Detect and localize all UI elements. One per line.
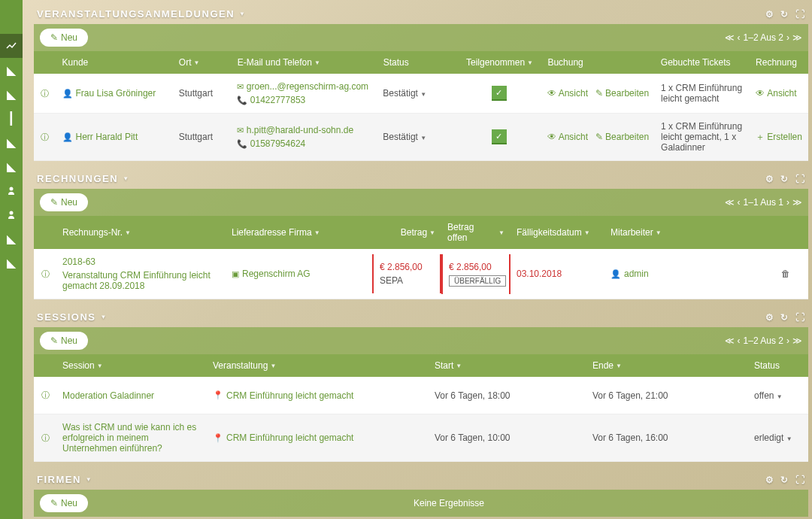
pager: ≪ ‹ 1–2 Aus 2 › ≫ bbox=[725, 32, 802, 43]
person-icon: 👤 bbox=[62, 132, 73, 142]
pager-first-icon[interactable]: ≪ bbox=[725, 32, 735, 43]
th-ort[interactable]: Ort▼ bbox=[173, 57, 232, 68]
status-dropdown[interactable]: offen ▼ bbox=[754, 390, 783, 401]
th-nr[interactable]: Rechnungs-Nr.▼ bbox=[56, 222, 226, 243]
info-icon[interactable]: ⓘ bbox=[41, 269, 50, 280]
phone-link[interactable]: 01587954624 bbox=[250, 138, 305, 149]
caret-down-icon[interactable]: ▼ bbox=[100, 314, 107, 320]
pager-prev-icon[interactable]: ‹ bbox=[738, 197, 741, 208]
gear-icon[interactable]: ⚙ bbox=[765, 174, 775, 184]
edit-link[interactable]: ✎Bearbeiten bbox=[595, 88, 649, 99]
phone-link[interactable]: 01422777853 bbox=[250, 95, 305, 105]
th-ver[interactable]: Veranstaltung▼ bbox=[207, 360, 429, 371]
refresh-icon[interactable]: ↻ bbox=[780, 174, 789, 184]
panel-title-text[interactable]: FIRMEN bbox=[37, 474, 81, 485]
new-button[interactable]: ✎Neu bbox=[40, 193, 88, 211]
status-dropdown[interactable]: erledigt ▼ bbox=[754, 432, 792, 443]
sidebar-item-3[interactable]: ┃ bbox=[0, 106, 23, 130]
sidebar-item-4[interactable]: ◣ bbox=[0, 130, 23, 154]
pager-next-icon[interactable]: › bbox=[786, 335, 789, 346]
info-icon[interactable]: ⓘ bbox=[41, 132, 49, 143]
cell-ort: Stuttgart bbox=[173, 80, 232, 106]
email-link[interactable]: groen...@regenschirm-ag.com bbox=[247, 81, 368, 92]
company-link[interactable]: Regenschirm AG bbox=[242, 269, 311, 279]
trash-icon[interactable]: 🗑 bbox=[781, 269, 790, 279]
panel-title-text[interactable]: RECHNUNGEN bbox=[37, 173, 118, 184]
new-button[interactable]: ✎Neu bbox=[40, 494, 88, 512]
invoice-number-link[interactable]: 2018-63 bbox=[62, 256, 95, 267]
th-teil[interactable]: Teilgenommen▼ bbox=[458, 57, 542, 68]
info-icon[interactable]: ⓘ bbox=[41, 390, 50, 401]
info-icon[interactable]: ⓘ bbox=[41, 88, 49, 99]
email-link[interactable]: h.pitt@harald-und-sohn.de bbox=[247, 125, 353, 135]
user-link[interactable]: admin bbox=[624, 269, 649, 279]
caret-down-icon[interactable]: ▼ bbox=[86, 476, 92, 483]
view-link[interactable]: 👁Ansicht bbox=[547, 132, 588, 142]
sidebar-item-9[interactable]: ◣ bbox=[0, 250, 23, 275]
view-link[interactable]: 👁Ansicht bbox=[547, 88, 588, 99]
pager-last-icon[interactable]: ≫ bbox=[792, 335, 802, 346]
th-offen[interactable]: Betrag offen▼ bbox=[441, 222, 511, 243]
th-start[interactable]: Start▼ bbox=[429, 360, 586, 371]
gear-icon[interactable]: ⚙ bbox=[765, 475, 775, 485]
pencil-icon: ✎ bbox=[50, 335, 58, 346]
gear-icon[interactable]: ⚙ bbox=[765, 9, 775, 20]
refresh-icon[interactable]: ↻ bbox=[780, 475, 789, 485]
status-dropdown[interactable]: Bestätigt ▼ bbox=[383, 132, 426, 142]
attended-checkbox[interactable]: ✓ bbox=[492, 129, 507, 144]
phone-icon: 📞 bbox=[237, 96, 247, 105]
expand-icon[interactable]: ⛶ bbox=[795, 174, 806, 184]
sidebar-item-2[interactable]: ◣ bbox=[0, 82, 23, 106]
pager-text: 1–2 Aus 2 bbox=[744, 335, 783, 346]
sidebar-item-7[interactable] bbox=[0, 202, 23, 226]
expand-icon[interactable]: ⛶ bbox=[795, 475, 806, 485]
session-link[interactable]: Moderation Galadinner bbox=[62, 390, 154, 401]
pager-prev-icon[interactable]: ‹ bbox=[738, 32, 741, 43]
status-dropdown[interactable]: Bestätigt ▼ bbox=[383, 88, 426, 99]
caret-down-icon[interactable]: ▼ bbox=[123, 175, 129, 182]
customer-link[interactable]: Frau Lisa Gröninger bbox=[76, 88, 156, 99]
pager-next-icon[interactable]: › bbox=[786, 32, 789, 43]
no-results-text: Keine Ergebnisse bbox=[406, 498, 484, 508]
pager-first-icon[interactable]: ≪ bbox=[725, 335, 735, 346]
refresh-icon[interactable]: ↻ bbox=[780, 312, 789, 323]
pager-last-icon[interactable]: ≫ bbox=[792, 32, 802, 43]
sidebar-item-6[interactable] bbox=[0, 178, 23, 202]
mail-icon: ✉ bbox=[237, 82, 244, 91]
pager-first-icon[interactable]: ≪ bbox=[725, 197, 735, 208]
pencil-icon: ✎ bbox=[595, 88, 603, 99]
gear-icon[interactable]: ⚙ bbox=[765, 312, 775, 323]
th-datum[interactable]: Fälligkeitsdatum▼ bbox=[511, 222, 604, 243]
table-row: ⓘ Was ist CRM und wie kann ich es erfolg… bbox=[34, 414, 808, 462]
refresh-icon[interactable]: ↻ bbox=[780, 9, 789, 20]
th-ende[interactable]: Ende▼ bbox=[586, 360, 748, 371]
sidebar-item-5[interactable]: ◣ bbox=[0, 154, 23, 178]
new-button[interactable]: ✎ Neu bbox=[40, 29, 88, 47]
invoice-create-link[interactable]: ＋Erstellen bbox=[756, 131, 802, 144]
sidebar-item-8[interactable]: ◣ bbox=[0, 226, 23, 250]
th-betrag[interactable]: Betrag▼ bbox=[372, 222, 441, 243]
expand-icon[interactable]: ⛶ bbox=[795, 312, 806, 323]
pager-next-icon[interactable]: › bbox=[786, 197, 789, 208]
th-session[interactable]: Session▼ bbox=[56, 360, 207, 371]
sidebar-item-trend[interactable] bbox=[0, 34, 23, 58]
th-mit[interactable]: Mitarbeiter▼ bbox=[604, 222, 759, 243]
pager-prev-icon[interactable]: ‹ bbox=[738, 335, 741, 346]
attended-checkbox[interactable]: ✓ bbox=[492, 86, 507, 101]
event-link[interactable]: CRM Einführung leicht gemacht bbox=[226, 432, 353, 443]
th-firma[interactable]: Lieferadresse Firma▼ bbox=[226, 222, 372, 243]
th-email[interactable]: E-Mail und Telefon▼ bbox=[232, 57, 377, 68]
pager-last-icon[interactable]: ≫ bbox=[792, 197, 802, 208]
customer-link[interactable]: Herr Harald Pitt bbox=[76, 132, 138, 142]
sidebar-item-1[interactable]: ◣ bbox=[0, 58, 23, 82]
event-link[interactable]: CRM Einführung leicht gemacht bbox=[226, 390, 353, 401]
expand-icon[interactable]: ⛶ bbox=[795, 9, 806, 20]
session-link[interactable]: Was ist CRM und wie kann ich es erfolgre… bbox=[62, 422, 201, 454]
caret-down-icon[interactable]: ▼ bbox=[239, 11, 246, 17]
new-button[interactable]: ✎Neu bbox=[40, 332, 88, 350]
panel-title-text[interactable]: SESSIONS bbox=[37, 311, 95, 323]
panel-title-text[interactable]: VERANSTALTUNGSANMELDUNGEN bbox=[37, 8, 235, 20]
invoice-view-link[interactable]: 👁Ansicht bbox=[756, 88, 796, 99]
info-icon[interactable]: ⓘ bbox=[41, 432, 50, 444]
edit-link[interactable]: ✎Bearbeiten bbox=[595, 132, 649, 142]
